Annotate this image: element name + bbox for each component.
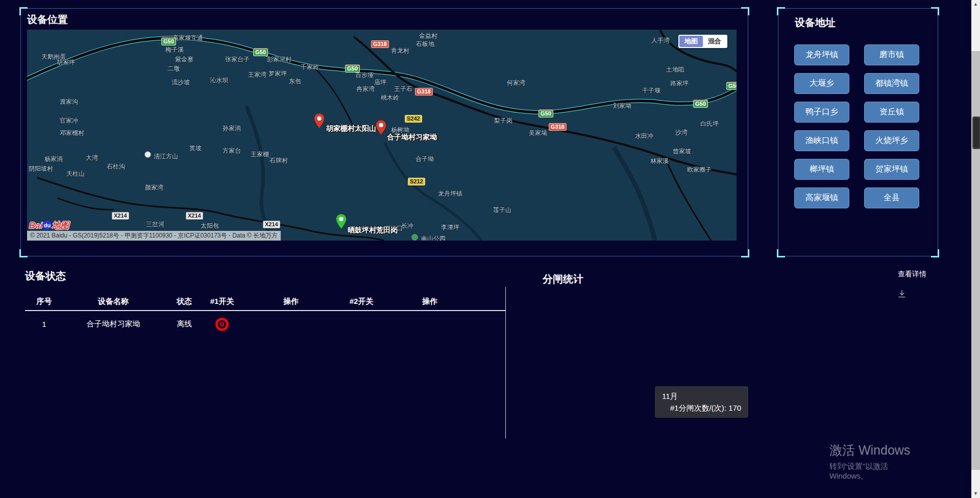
status-section-title: 设备状态 <box>25 269 506 283</box>
map-pin-marker[interactable] <box>375 120 387 137</box>
map-place-label: 紫金寨 <box>175 55 193 64</box>
status-table-body: 1合子坳村习家坳离线 <box>25 311 506 337</box>
map-place-label: 王子石 <box>394 85 412 93</box>
table-row: 1合子坳村习家坳离线 <box>25 311 506 337</box>
address-button[interactable]: 贺家坪镇 <box>864 159 919 180</box>
map-pin-marker[interactable] <box>335 214 347 231</box>
road-shield-G318: G318 <box>371 40 389 48</box>
map-place-label: 大湾 <box>86 154 98 162</box>
map-place-label: 欧家圈子 <box>687 165 712 174</box>
device-location-panel: 设备位置 天鹅抱蛋胡家坪渡家沟官家冲邓家棚村杨家淌阴阳坡村天柱山大湾石柱沟清江方 <box>20 8 748 256</box>
map-place-label: 梅子溪 <box>165 45 184 54</box>
address-button[interactable]: 高家堰镇 <box>794 187 849 208</box>
map-place-label: 阴阳坡村 <box>29 164 53 173</box>
map-place-label: 干子堰 <box>642 86 660 95</box>
map-place-label: 邓家棚村 <box>60 129 84 137</box>
map-place-label: 贯坡 <box>189 144 202 153</box>
address-panel-title: 设备地址 <box>795 16 836 30</box>
map-place-label: 刘家坳 <box>613 102 631 110</box>
map-type-option[interactable]: 地图 <box>679 36 703 47</box>
map-pin-label: 胡家棚村太阳山 <box>326 124 376 133</box>
map-place-label: 人手湾 <box>651 36 670 45</box>
map-place-label: 太阳包 <box>201 222 219 230</box>
map-place-label: 沁水坝 <box>210 76 228 85</box>
map-place-label: 林家溪 <box>650 157 669 165</box>
map-place-label: 李潭坪 <box>441 223 459 232</box>
map-place-label: 合子坳 <box>415 155 434 163</box>
road-shield-S212: S212 <box>408 178 425 185</box>
row-index: 1 <box>25 320 63 328</box>
scrollbar-thumb[interactable] <box>971 51 980 470</box>
road-shield-X214: X214 <box>112 212 129 220</box>
road-shield-G318: G318 <box>415 88 433 96</box>
map-place-label: 庙坪 <box>374 78 386 87</box>
road-shield-G50: G50 <box>253 49 268 56</box>
section-divider <box>505 287 506 438</box>
address-button[interactable]: 榔坪镇 <box>794 159 849 180</box>
map-place-label: 王家棚 <box>251 150 269 159</box>
map-place-label: 流沙坡 <box>172 78 190 87</box>
map-place-label: 二墩 <box>167 64 180 73</box>
map-place-label: 王家湾 <box>248 70 266 79</box>
view-details-link[interactable]: 查看详情 <box>898 270 926 279</box>
dashboard-screen: 设备位置 天鹅抱蛋胡家坪渡家沟官家冲邓家棚村杨家淌阴阳坡村天柱山大湾石柱沟清江方 <box>0 0 980 498</box>
road-shield-S242: S242 <box>405 115 422 123</box>
table-header-cell: 状态 <box>163 297 205 306</box>
baidu-maps-logo: Baidu地图 <box>29 220 69 231</box>
map-place-label: 千家岭 <box>301 63 319 72</box>
device-status: 离线 <box>163 319 205 329</box>
baidu-logo-paw: du <box>42 221 52 230</box>
map-place-label: 方家台 <box>223 147 241 155</box>
page-scrollbar[interactable]: ▲ ▼ <box>971 0 980 498</box>
map-place-label: 孙家淌 <box>223 124 241 133</box>
map-place-label: 吴家垴 <box>529 129 547 137</box>
map-place-label: 桃木岭 <box>381 93 399 102</box>
table-header-cell: 操作 <box>239 297 343 306</box>
table-header-cell: #2开关 <box>343 297 380 306</box>
address-button[interactable]: 渔峡口镇 <box>794 130 849 151</box>
table-header-cell: 设备名称 <box>63 297 163 306</box>
map-place-label: 沙湾 <box>675 128 688 137</box>
map-place-label: 石牌村 <box>270 156 288 165</box>
address-button[interactable]: 火烧坪乡 <box>864 130 919 151</box>
scroll-up-arrow[interactable]: ▲ <box>971 0 980 9</box>
map-place-label: 何家湾 <box>507 79 525 87</box>
map-place-label: 冉家湾 <box>356 85 375 93</box>
address-button[interactable]: 鸭子口乡 <box>794 102 849 123</box>
status-table-header: 序号设备名称状态#1开关操作#2开关操作 <box>25 293 506 311</box>
road-shield-G50: G50 <box>538 110 553 117</box>
tooltip-series-dot <box>662 406 667 411</box>
road-shield-G318: G318 <box>549 123 567 131</box>
scenic-poi-icon <box>144 151 151 158</box>
map-place-label: 南山公园 <box>421 234 446 241</box>
device-address-panel: 设备地址 龙舟坪镇磨市镇大堰乡都镇湾镇鸭子口乡资丘镇渔峡口镇火烧坪乡榔坪镇贺家坪… <box>778 8 938 256</box>
map-place-label: 土地咀 <box>666 65 684 74</box>
baidu-logo-suffix: 地图 <box>52 221 69 230</box>
map-attribution: © 2021 Baidu - GS(2019)5218号 - 甲测资字11009… <box>27 231 281 241</box>
device-name: 合子坳村习家坳 <box>63 319 163 329</box>
map-place-label: 白氏坪 <box>700 120 719 128</box>
corner-decoration <box>741 7 749 15</box>
device-status-section: 设备状态 序号设备名称状态#1开关操作#2开关操作 1合子坳村习家坳离线 <box>25 269 506 337</box>
address-button[interactable]: 全县 <box>864 187 919 208</box>
map-place-label: 胡家坪 <box>57 58 75 67</box>
map-panel-title: 设备位置 <box>27 13 68 27</box>
baidu-logo-bai: Bai <box>29 221 42 230</box>
corner-decoration <box>777 7 785 15</box>
address-button[interactable]: 龙舟坪镇 <box>794 44 849 65</box>
corner-decoration <box>19 7 28 15</box>
table-header-cell: #1开关 <box>205 297 239 306</box>
save-image-icon[interactable] <box>897 289 907 301</box>
baidu-map[interactable]: 天鹅抱蛋胡家坪渡家沟官家冲邓家棚村杨家淌阴阳坡村天柱山大湾石柱沟清江方山贯坡方家… <box>27 30 737 241</box>
scroll-down-arrow[interactable]: ▼ <box>971 489 980 498</box>
address-button-grid: 龙舟坪镇磨市镇大堰乡都镇湾镇鸭子口乡资丘镇渔峡口镇火烧坪乡榔坪镇贺家坪镇高家堰镇… <box>794 44 923 208</box>
address-button[interactable]: 都镇湾镇 <box>864 73 919 94</box>
address-button[interactable]: 磨市镇 <box>864 44 919 65</box>
address-button[interactable]: 资丘镇 <box>864 102 919 123</box>
map-pin-marker[interactable] <box>313 113 325 131</box>
table-header-cell: 序号 <box>25 297 63 306</box>
map-type-option[interactable]: 混合 <box>703 36 726 47</box>
table-header-cell: 操作 <box>380 297 480 306</box>
address-button[interactable]: 大堰乡 <box>794 73 849 94</box>
corner-decoration <box>931 7 939 15</box>
